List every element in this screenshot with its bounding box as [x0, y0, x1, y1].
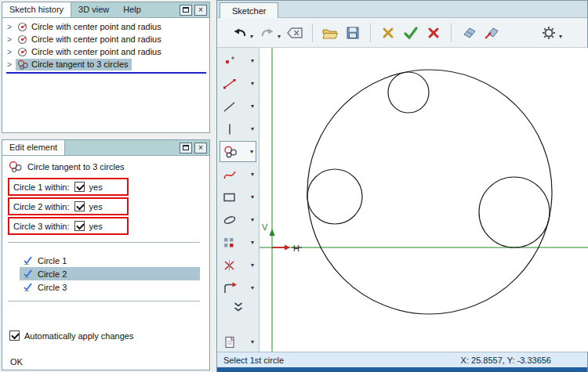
sketch-history-panel: Sketch history 3D view Help × > Circle w…	[2, 2, 210, 133]
history-item[interactable]: > Circle with center point and radius	[2, 20, 209, 33]
circle-list-label: Circle 3	[38, 283, 67, 292]
tab-sketch-history[interactable]: Sketch history	[2, 2, 71, 17]
dropdown-arrow-icon[interactable]: ▾	[251, 171, 254, 178]
auto-apply-row: Automatically apply changes	[9, 330, 133, 341]
sketch-circle-outer[interactable]	[307, 70, 552, 314]
window-buttons: ×	[180, 2, 209, 17]
tool-line[interactable]: ▾	[220, 96, 256, 117]
open-button[interactable]	[320, 23, 340, 43]
expand-arrow-icon[interactable]: >	[5, 48, 13, 56]
sketcher-panel: Sketcher ▾ ▾	[216, 0, 588, 372]
dropdown-arrow-icon[interactable]: ▾	[251, 338, 254, 345]
dropdown-arrow-icon[interactable]: ▾	[251, 80, 254, 87]
tool-sheet[interactable]: ▾	[220, 331, 256, 352]
tab-sketcher[interactable]: Sketcher	[220, 2, 278, 18]
apply-button[interactable]	[401, 23, 421, 43]
eraser-elements-button[interactable]	[481, 23, 502, 43]
sketch-circle-left[interactable]	[307, 169, 362, 224]
tool-corner[interactable]: ▾	[220, 277, 256, 298]
circle2-within-label: Circle 2 within:	[13, 202, 70, 211]
sketch-circle-right[interactable]	[479, 177, 550, 247]
circle-list: Circle 1 Circle 2 Circle 3	[20, 254, 200, 294]
sketch-circle-top[interactable]	[388, 72, 429, 113]
discard-button[interactable]	[378, 23, 398, 43]
circle-with-center-icon	[17, 34, 28, 45]
close-icon[interactable]: ×	[194, 5, 207, 16]
circle1-within-checkbox[interactable]	[74, 182, 85, 192]
insertion-marker	[6, 72, 206, 74]
maximize-icon[interactable]	[180, 143, 192, 153]
dropdown-arrow-icon[interactable]: ▾	[251, 125, 254, 132]
redo-icon	[260, 25, 275, 41]
v-axis-arrow-icon	[270, 229, 275, 236]
tool-tangent-circles[interactable]: ▾	[220, 141, 256, 162]
sketch-canvas[interactable]: V H	[260, 48, 588, 352]
maximize-icon[interactable]	[180, 5, 192, 16]
expand-arrow-icon[interactable]: >	[5, 23, 13, 31]
tool-ellipse[interactable]: ▾	[220, 209, 256, 230]
status-coordinates: X: 25.8557, Y: -3.33656	[461, 356, 587, 365]
eraser-button[interactable]	[459, 23, 479, 43]
gear-icon	[541, 25, 557, 41]
undo-dropdown-icon[interactable]: ▾	[250, 33, 253, 40]
tab-3d-view[interactable]: 3D view	[71, 2, 116, 17]
dropdown-arrow-icon[interactable]: ▾	[251, 57, 254, 64]
circle-list-item[interactable]: Circle 3	[20, 280, 200, 294]
dropdown-arrow-icon[interactable]: ▾	[251, 262, 254, 269]
tool-vertical-line[interactable]: ▾	[220, 118, 256, 139]
save-button[interactable]	[343, 23, 363, 43]
dropdown-arrow-icon[interactable]: ▾	[251, 193, 254, 200]
tool-line-two-points[interactable]: ▾	[220, 73, 256, 94]
dropdown-arrow-icon[interactable]: ▾	[251, 239, 254, 246]
auto-apply-checkbox[interactable]	[9, 330, 20, 341]
circle3-within-checkbox[interactable]	[74, 221, 85, 231]
settings-dropdown-icon[interactable]: ▾	[559, 33, 562, 40]
ok-button[interactable]: OK	[10, 357, 23, 367]
application-window: Sketch history 3D view Help × > Circle w…	[0, 0, 588, 372]
separator	[8, 301, 200, 302]
circle3-within-value: yes	[89, 222, 103, 231]
h-axis-arrow-icon	[285, 245, 290, 251]
dropdown-arrow-icon[interactable]: ▾	[250, 148, 253, 155]
settings-button[interactable]	[539, 23, 559, 43]
tool-spline[interactable]: ▾	[220, 164, 256, 185]
close-icon[interactable]: ×	[194, 143, 207, 153]
sketch-canvas-svg[interactable]: V H	[260, 48, 588, 352]
corner-tool-icon	[222, 281, 238, 295]
circle-list-item-selected[interactable]: Circle 2	[20, 267, 200, 280]
constraint-check-icon	[23, 269, 33, 279]
undo-button[interactable]	[230, 23, 250, 43]
save-floppy-icon	[345, 25, 361, 41]
dropdown-arrow-icon[interactable]: ▾	[251, 284, 254, 291]
circle2-within-checkbox[interactable]	[74, 201, 85, 211]
circle2-within-row: Circle 2 within: yes	[8, 197, 129, 215]
expand-arrow-icon[interactable]: >	[5, 35, 13, 44]
toolbar-separator	[451, 23, 452, 42]
history-item[interactable]: > Circle with center point and radius	[2, 45, 209, 58]
circle-list-item[interactable]: Circle 1	[20, 254, 200, 267]
tool-point[interactable]: ▾	[220, 50, 256, 71]
tool-more[interactable]	[220, 300, 256, 314]
tool-pattern[interactable]: ▾	[220, 232, 256, 253]
history-item[interactable]: > Circle with center point and radius	[2, 33, 209, 45]
redo-dropdown-icon[interactable]: ▾	[278, 33, 281, 40]
delete-last-input-button[interactable]	[285, 23, 305, 43]
history-item-selected[interactable]: > Circle tangent to 3 circles	[2, 58, 209, 70]
toolbar-separator	[312, 23, 313, 42]
green-check-icon	[403, 26, 419, 40]
circle-list-label: Circle 1	[38, 256, 67, 265]
dropdown-arrow-icon[interactable]: ▾	[251, 216, 254, 223]
circle3-within-label: Circle 3 within:	[13, 222, 70, 231]
line-two-points-icon	[222, 77, 238, 91]
tool-rectangle[interactable]: ▾	[220, 186, 256, 208]
cancel-button[interactable]	[423, 23, 444, 43]
tab-help[interactable]: Help	[116, 2, 148, 17]
expand-arrow-icon[interactable]: >	[5, 60, 13, 69]
trim-tool-icon	[222, 258, 238, 273]
redo-button[interactable]	[257, 23, 278, 43]
eraser-icon	[461, 25, 477, 41]
dropdown-arrow-icon[interactable]: ▾	[251, 103, 254, 110]
tool-trim[interactable]: ▾	[220, 255, 256, 276]
constraint-check-icon	[23, 282, 33, 292]
backspace-icon	[286, 26, 303, 40]
